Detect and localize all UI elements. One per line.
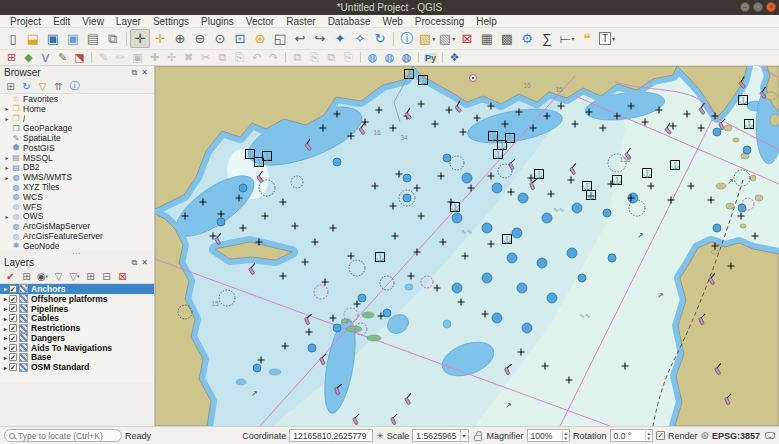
layer-checkbox[interactable]: ✓ <box>9 363 17 371</box>
menu-edit[interactable]: Edit <box>47 15 76 28</box>
add-group-icon[interactable]: ⊞ <box>19 270 34 283</box>
coordinate-value[interactable]: 12165810,2625779 <box>289 429 373 442</box>
new-virtual-layer-icon[interactable]: ⬔ <box>71 51 88 65</box>
menu-database[interactable]: Database <box>322 15 377 28</box>
save-project-icon[interactable]: ▣ <box>43 29 63 48</box>
expand-arrow-icon[interactable]: ▸ <box>2 334 9 341</box>
map-tips-icon[interactable]: ❝ <box>577 29 597 48</box>
zoom-last-icon[interactable]: ↩ <box>290 29 310 48</box>
layer-item-dangers[interactable]: ▸✓Dangers <box>0 333 154 343</box>
browser-item-ows[interactable]: ▸◍OWS <box>0 212 154 222</box>
undo-icon[interactable]: ↶ <box>248 51 265 65</box>
chevron-down-icon[interactable]: ▾ <box>460 430 468 441</box>
rotation-spin[interactable]: 0.0 ° ▲▼ <box>610 429 653 442</box>
menu-help[interactable]: Help <box>470 15 503 28</box>
manage-map-themes-icon[interactable]: ◉▾ <box>35 270 50 283</box>
browser-item-arcgismapserver[interactable]: ◍ArcGisMapServer <box>0 221 154 231</box>
expand-arrow-icon[interactable]: ▸ <box>3 105 11 112</box>
add-feature-icon[interactable]: ✚ <box>146 51 163 65</box>
browser-item-home[interactable]: ▸❐Home <box>0 104 154 114</box>
menu-view[interactable]: View <box>76 15 110 28</box>
globe-search-2-icon[interactable]: ◍ <box>381 51 398 65</box>
zoom-full-icon[interactable]: ⊡ <box>230 29 250 48</box>
new-bookmark-icon[interactable]: ✦ <box>330 29 350 48</box>
scale-combo[interactable]: 1:5625965 ▾ <box>412 429 468 442</box>
collapse-all-icon[interactable]: ⇈ <box>51 80 66 93</box>
open-project-icon[interactable]: ⬓ <box>23 29 43 48</box>
stepper-icons[interactable]: ▲▼ <box>562 431 569 441</box>
layer-item-offshore-platforms[interactable]: ▸✓Offshore platforms <box>0 294 154 304</box>
remove-layer-icon[interactable]: ⊠ <box>115 270 130 283</box>
expand-arrow-icon[interactable]: ▸ <box>2 305 9 312</box>
minimize-button-icon[interactable]: – <box>740 2 750 12</box>
new-spatialite-layer-icon[interactable]: ✎ <box>54 51 71 65</box>
layers-close-icon[interactable]: ✕ <box>139 258 150 267</box>
expand-arrow-icon[interactable]: ▸ <box>3 164 11 171</box>
layer-checkbox[interactable]: ✓ <box>9 344 17 352</box>
identify-features-icon[interactable]: ⓘ <box>397 29 417 48</box>
stepper-icons[interactable]: ▲▼ <box>645 431 652 441</box>
browser-item-mssql[interactable]: ▸▤MSSQL <box>0 153 154 163</box>
zoom-to-selection-icon[interactable]: ⊛ <box>250 29 270 48</box>
zoom-next-icon[interactable]: ↪ <box>310 29 330 48</box>
layer-item-aids-to-navigations[interactable]: ▸✓Aids To Navigations <box>0 343 154 353</box>
layer-item-pipelines[interactable]: ▸✓Pipelines <box>0 304 154 314</box>
menu-project[interactable]: Project <box>4 15 47 28</box>
filter-by-expression-icon[interactable]: ▽▾ <box>67 270 82 283</box>
add-selected-layers-icon[interactable]: ⊞ <box>3 80 18 93</box>
browser-item-wcs[interactable]: ◍WCS <box>0 192 154 202</box>
menu-layer[interactable]: Layer <box>110 15 147 28</box>
open-layer-styling-icon[interactable]: ✔ <box>3 270 18 283</box>
layer-checkbox[interactable]: ✓ <box>9 285 17 293</box>
expand-arrow-icon[interactable]: ▸ <box>2 295 9 302</box>
browser-filter-icon[interactable]: ▽ <box>35 80 50 93</box>
field-calculator-icon[interactable]: ▩ <box>497 29 517 48</box>
toggle-editing-icon[interactable]: ✏ <box>112 51 129 65</box>
properties-widget-icon[interactable]: ⓘ <box>67 80 82 93</box>
paste-layer-icon[interactable]: ⎘ <box>340 51 357 65</box>
globe-binoculars-icon[interactable]: ◍ <box>398 51 415 65</box>
menu-processing[interactable]: Processing <box>409 15 470 28</box>
cut-features-icon[interactable]: ✂ <box>197 51 214 65</box>
expand-arrow-icon[interactable]: ▸ <box>2 325 9 332</box>
layer-item-cables[interactable]: ▸✓Cables <box>0 313 154 323</box>
browser-item-geopackage[interactable]: ❒GeoPackage <box>0 123 154 133</box>
zoom-to-layer-icon[interactable]: ◱ <box>270 29 290 48</box>
layer-checkbox[interactable]: ✓ <box>9 314 17 322</box>
layer-checkbox[interactable]: ✓ <box>9 295 17 303</box>
extents-toggle-icon[interactable]: ✳ <box>376 431 384 441</box>
refresh-icon[interactable]: ↻ <box>370 29 390 48</box>
menu-settings[interactable]: Settings <box>147 15 195 28</box>
save-project-as-icon[interactable]: ▣ <box>63 29 83 48</box>
zoom-in-icon[interactable]: ⊕ <box>170 29 190 48</box>
browser-item-arcgisfeatureserver[interactable]: ◍ArcGisFeatureServer <box>0 231 154 241</box>
maximize-button-icon[interactable]: □ <box>753 2 763 12</box>
layer-item-osm-standard[interactable]: ▸✓OSM Standard <box>0 362 154 372</box>
magnifier-spin[interactable]: 100% ▲▼ <box>527 429 570 442</box>
deselect-all-icon[interactable]: ⊠ <box>457 29 477 48</box>
browser-item-db2[interactable]: ▸▤DB2 <box>0 163 154 173</box>
title-bar[interactable]: *Untitled Project - QGIS – □ × <box>0 0 779 15</box>
processing-toolbox-icon[interactable]: ⚙ <box>517 29 537 48</box>
text-annotation-icon[interactable]: T▾ <box>597 29 617 48</box>
plugin-window-icon[interactable]: ❖ <box>446 51 463 65</box>
expand-arrow-icon[interactable]: ▸ <box>2 285 9 292</box>
delete-selected-icon[interactable]: ✖ <box>180 51 197 65</box>
browser-item-wms-wmts[interactable]: ▸◍WMS/WMTS <box>0 172 154 182</box>
save-layer-edits-icon[interactable]: ▣ <box>129 51 146 65</box>
copy-layer-icon[interactable]: ⧉ <box>323 51 340 65</box>
layer-checkbox[interactable]: ✓ <box>9 353 17 361</box>
vertex-tool-icon[interactable]: ✢ <box>163 51 180 65</box>
layer-checkbox[interactable]: ✓ <box>9 334 17 342</box>
new-project-icon[interactable]: ▯ <box>3 29 23 48</box>
browser-item-spatialite[interactable]: ✎SpatiaLite <box>0 133 154 143</box>
browser-close-icon[interactable]: ✕ <box>139 68 150 77</box>
map-canvas[interactable]: ⚓⚓⚓⚓⚓⚓⚓⚓⚓⚓⚓⚓⚓⚓⚓⚓⚓⚓⚓⚓↗↗↗↗↗∿∿∿∿∿∿163416151… <box>155 66 779 426</box>
layout-manager-icon[interactable]: ⧉ <box>103 29 123 48</box>
lock-scale-icon[interactable] <box>474 435 482 441</box>
python-console-icon[interactable]: Py <box>422 51 439 65</box>
menu-plugins[interactable]: Plugins <box>195 15 240 28</box>
measure-line-icon[interactable]: ⟝▾ <box>557 29 577 48</box>
deselect-features-icon[interactable]: ▧▾ <box>437 29 457 48</box>
browser-float-icon[interactable]: ⧉ <box>130 68 140 78</box>
